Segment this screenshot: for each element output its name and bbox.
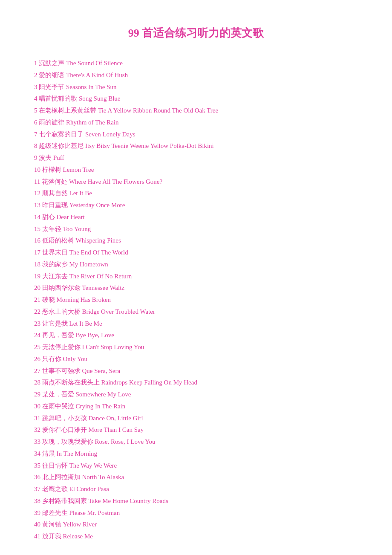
- list-item: 3 阳光季节 Seasons In The Sun: [34, 81, 358, 93]
- list-item: 16 低语的松树 Whispering Pines: [34, 235, 358, 247]
- list-item: 9 波夫 Puff: [34, 152, 358, 164]
- list-item: 33 玫瑰，玫瑰我爱你 Rose, Rose, I Love You: [34, 436, 358, 448]
- list-item: 17 世界末日 The End Of The World: [34, 247, 358, 259]
- list-item: 28 雨点不断落在我头上 Raindrops Keep Falling On M…: [34, 377, 358, 389]
- list-item: 41 放开我 Release Me: [34, 531, 358, 543]
- list-item: 1 沉默之声 The Sound Of Silence: [34, 58, 358, 69]
- list-item: 13 昨日重现 Yesterday Once More: [34, 199, 358, 211]
- list-item: 12 顺其自然 Let It Be: [34, 188, 358, 199]
- list-item: 24 再见，吾爱 Bye Bye, Love: [34, 330, 358, 341]
- list-item: 36 北上阿拉斯加 North To Alaska: [34, 471, 358, 483]
- list-item: 37 老鹰之歌 El Condor Pasa: [34, 483, 358, 495]
- list-item: 27 世事不可强求 Que Sera, Sera: [34, 365, 358, 377]
- list-item: 5 在老橡树上系黄丝带 Tie A Yellow Ribbon Round Th…: [34, 105, 358, 117]
- list-item: 32 爱你在心口难开 More Than I Can Say: [34, 424, 358, 436]
- list-item: 22 恶水上的大桥 Bridge Over Troubled Water: [34, 306, 358, 318]
- list-item: 15 太年轻 Too Young: [34, 223, 358, 235]
- song-list: 1 沉默之声 The Sound Of Silence2 爱的细语 There'…: [34, 58, 358, 543]
- page-title: 99 首适合练习听力的英文歌: [34, 26, 358, 40]
- list-item: 31 跳舞吧，小女孩 Dance On, Little Girl: [34, 413, 358, 425]
- list-item: 10 柠檬树 Lemon Tree: [34, 164, 358, 176]
- list-item: 30 在雨中哭泣 Crying In The Rain: [34, 401, 358, 413]
- list-item: 38 乡村路带我回家 Take Me Home Country Roads: [34, 495, 358, 507]
- list-item: 21 破晓 Morning Has Broken: [34, 294, 358, 306]
- list-item: 19 大江东去 The River Of No Return: [34, 271, 358, 283]
- list-item: 6 雨的旋律 Rhythm of The Rain: [34, 117, 358, 129]
- list-item: 39 邮差先生 Please Mr. Postman: [34, 507, 358, 519]
- list-item: 20 田纳西华尔兹 Tennessee Waltz: [34, 282, 358, 294]
- list-item: 40 黄河镇 Yellow River: [34, 519, 358, 531]
- list-item: 4 唱首忧郁的歌 Song Sung Blue: [34, 93, 358, 105]
- list-item: 11 花落何处 Where Have All The Flowers Gone?: [34, 176, 358, 188]
- list-item: 25 无法停止爱你 I Can't Stop Loving You: [34, 341, 358, 353]
- list-item: 29 某处，吾爱 Somewhere My Love: [34, 389, 358, 401]
- list-item: 23 让它是我 Let It Be Me: [34, 318, 358, 330]
- list-item: 18 我的家乡 My Hometown: [34, 259, 358, 271]
- list-item: 14 甜心 Dear Heart: [34, 211, 358, 223]
- list-item: 2 爱的细语 There's A Kind Of Hush: [34, 69, 358, 81]
- list-item: 8 超级迷你比基尼 Itsy Bitsy Teenie Weenie Yello…: [34, 140, 358, 152]
- list-item: 26 只有你 Only You: [34, 353, 358, 365]
- list-item: 35 往日情怀 The Way We Were: [34, 460, 358, 472]
- list-item: 34 清晨 In The Morning: [34, 448, 358, 460]
- list-item: 7 七个寂寞的日子 Seven Lonely Days: [34, 129, 358, 141]
